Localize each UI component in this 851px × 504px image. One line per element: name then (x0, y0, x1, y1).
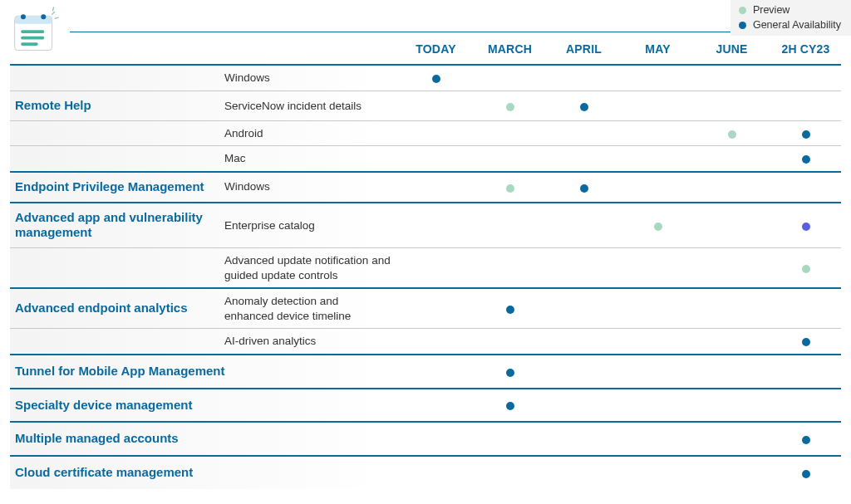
feature-item: Windows (224, 174, 399, 199)
col-header: MAY (621, 42, 695, 56)
timeline-cell (547, 99, 621, 112)
legend-dot-ga (739, 22, 746, 29)
preview-dot-icon (654, 223, 662, 231)
legend-label-preview: Preview (753, 3, 790, 18)
ga-dot-icon (506, 306, 514, 314)
timeline-cell (695, 127, 769, 140)
feature-name: Specialty device management (10, 389, 399, 422)
feature-name: Multiple managed accounts (10, 423, 399, 455)
ga-dot-icon (506, 402, 514, 410)
feature-name: Tunnel for Mobile App Management (10, 355, 399, 388)
feature-name: Endpoint Privilege Management (10, 173, 224, 202)
svg-point-3 (41, 14, 46, 19)
timeline-cell (473, 180, 547, 193)
feature-row: Android (10, 120, 841, 146)
ga-dot-icon (802, 130, 810, 139)
feature-row: AI-driven analytics (10, 328, 841, 354)
timeline-cell (769, 218, 843, 232)
timeline-cell (769, 127, 843, 140)
svg-point-2 (21, 14, 26, 19)
timeline-cell (547, 180, 621, 193)
col-header: MARCH (473, 42, 547, 56)
timeline-cell (769, 466, 843, 479)
ga-dot-icon (802, 436, 810, 444)
timeline-cell (769, 433, 843, 446)
feature-item: Anomaly detection and enhanced device ti… (224, 289, 399, 328)
legend-row-ga: General Availability (739, 18, 841, 33)
ga-dot-icon (802, 338, 810, 346)
svg-rect-4 (21, 30, 44, 33)
timeline-cell (769, 262, 843, 275)
feature-name: Advanced endpoint analytics (10, 294, 224, 323)
feature-item: Enterprise catalog (224, 213, 399, 238)
feature-section: Endpoint Privilege ManagementWindows (10, 171, 841, 202)
feature-item: Windows (224, 66, 399, 91)
feature-row: Multiple managed accounts (10, 423, 841, 455)
ga-dot-icon (802, 223, 810, 231)
feature-section: Tunnel for Mobile App Management (10, 354, 841, 388)
calendar-icon (10, 7, 60, 56)
feature-section: Advanced app and vulnerability managemen… (10, 202, 841, 288)
feature-section: Cloud certificate management (10, 455, 841, 489)
feature-row: Advanced app and vulnerability managemen… (10, 203, 841, 248)
feature-row: Endpoint Privilege ManagementWindows (10, 173, 841, 202)
roadmap-page: Preview General Availability TODAY MARCH… (0, 0, 851, 494)
feature-item: Advanced update notification and guided … (224, 248, 399, 287)
ga-dot-icon (802, 470, 810, 478)
timeline-cell (473, 399, 547, 412)
timeline-cell (621, 218, 695, 232)
preview-dot-icon (506, 184, 514, 193)
feature-section: Multiple managed accounts (10, 421, 841, 455)
column-header-row: TODAY MARCH APRIL MAY JUNE 2H CY23 (10, 32, 841, 64)
svg-rect-1 (15, 16, 52, 23)
feature-item: AI-driven analytics (224, 329, 399, 354)
ga-dot-icon (506, 369, 514, 377)
timeline-cell (399, 71, 473, 85)
timeline-cell (473, 365, 547, 378)
roadmap-table: TODAY MARCH APRIL MAY JUNE 2H CY23 Windo… (0, 0, 851, 494)
legend: Preview General Availability (730, 0, 851, 36)
feature-name: Advanced app and vulnerability managemen… (10, 203, 224, 248)
svg-rect-5 (21, 37, 44, 40)
ga-dot-icon (580, 103, 588, 111)
timeline-cell (473, 99, 547, 112)
feature-name: Remote Help (10, 91, 224, 120)
feature-row: Cloud certificate management (10, 457, 841, 489)
col-header: 2H CY23 (769, 42, 843, 56)
preview-dot-icon (506, 103, 514, 111)
feature-name: Cloud certificate management (10, 457, 399, 489)
feature-row: Specialty device management (10, 389, 841, 422)
ga-dot-icon (580, 184, 588, 193)
feature-section: Advanced endpoint analyticsAnomaly detec… (10, 287, 841, 354)
col-header: TODAY (399, 42, 473, 56)
ga-dot-icon (802, 155, 810, 164)
feature-section: Specialty device management (10, 388, 841, 422)
col-header: APRIL (547, 42, 621, 56)
legend-dot-preview (739, 7, 746, 14)
legend-label-ga: General Availability (753, 18, 841, 33)
feature-item: Mac (224, 146, 399, 171)
feature-row: Advanced endpoint analyticsAnomaly detec… (10, 289, 841, 328)
feature-row: Advanced update notification and guided … (10, 247, 841, 287)
feature-item: ServiceNow incident details (224, 94, 399, 119)
legend-row-preview: Preview (739, 3, 841, 18)
timeline-cell (473, 302, 547, 316)
timeline-cell (769, 152, 843, 165)
preview-dot-icon (728, 130, 736, 139)
timeline-cell (769, 335, 843, 348)
preview-dot-icon (802, 265, 810, 273)
svg-rect-6 (21, 42, 38, 46)
feature-row: Remote HelpServiceNow incident details (10, 91, 841, 120)
feature-row: Mac (10, 145, 841, 171)
col-header: JUNE (695, 42, 769, 56)
ga-dot-icon (432, 75, 440, 83)
feature-item: Android (224, 121, 399, 146)
feature-row: Tunnel for Mobile App Management (10, 355, 841, 388)
feature-section: WindowsRemote HelpServiceNow incident de… (10, 64, 841, 171)
feature-row: Windows (10, 66, 841, 91)
